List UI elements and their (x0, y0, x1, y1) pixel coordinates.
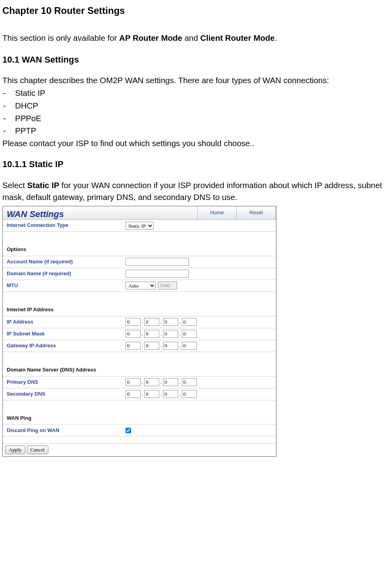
account-name-label: Account Name (if required) (7, 258, 126, 266)
gateway-octet-1[interactable] (126, 342, 141, 350)
panel-header: WAN Settings Home Reset (3, 206, 276, 220)
mtu-value-input (158, 282, 177, 289)
intro-bold-1: AP Router Mode (119, 33, 182, 42)
intro-mid: and (182, 33, 200, 42)
sdns-octet-2[interactable] (144, 390, 159, 398)
mtu-label: MTU (7, 282, 126, 289)
account-name-input[interactable] (126, 258, 189, 266)
wan-ping-section-label: WAN Ping (3, 409, 276, 425)
mtu-row: MTU Auto (3, 280, 276, 292)
subnet-row: IP Subnet Mask . . . (3, 328, 276, 340)
select-suffix: for your WAN connection if your ISP prov… (2, 181, 382, 202)
intro-bold-2: Client Router Mode (200, 33, 275, 42)
gateway-octet-4[interactable] (182, 342, 197, 350)
ip-octet-2[interactable] (144, 318, 159, 326)
ip-dot: . (159, 318, 163, 326)
bullet-dash: - (2, 125, 15, 137)
ip-dot: . (141, 330, 144, 338)
subnet-octet-4[interactable] (182, 330, 197, 338)
subnet-octet-3[interactable] (163, 330, 178, 338)
sdns-octet-1[interactable] (126, 390, 141, 398)
gateway-row: Gateway IP Address . . . (3, 340, 276, 352)
options-section-label: Options (3, 240, 276, 256)
dns-section-label: Domain Name Server (DNS) Address (3, 361, 276, 376)
secondary-dns-row: Secondary DNS . . . (3, 388, 276, 400)
ip-section-label: Internet IP Address (3, 301, 276, 316)
contact-isp: Please contact your ISP to find out whic… (2, 137, 390, 149)
primary-dns-label: Primary DNS (7, 379, 126, 386)
ip-address-row: IP Address . . . (3, 316, 276, 328)
intro-paragraph: This section is only available for AP Ro… (2, 32, 390, 44)
subnet-octet-1[interactable] (126, 330, 141, 338)
discard-ping-row: Discard Ping on WAN (3, 425, 276, 436)
sdns-octet-3[interactable] (163, 390, 178, 398)
gateway-octet-2[interactable] (144, 342, 159, 350)
subnet-octet-2[interactable] (144, 330, 159, 338)
chapter-title: Chapter 10 Router Settings (2, 4, 390, 18)
ip-dot: . (141, 390, 144, 398)
pdns-octet-3[interactable] (163, 378, 178, 386)
ip-octet-4[interactable] (182, 318, 197, 326)
select-prefix: Select (2, 181, 27, 190)
bullet-text-4: PPTP (15, 125, 36, 137)
subnet-label: IP Subnet Mask (7, 330, 126, 338)
reset-button[interactable]: Reset (236, 206, 276, 219)
connection-type-select[interactable]: Static IP (126, 222, 154, 230)
discard-ping-checkbox[interactable] (126, 428, 131, 433)
secondary-dns-label: Secondary DNS (7, 390, 126, 398)
mtu-mode-select[interactable]: Auto (126, 282, 156, 289)
intro-prefix: This section is only available for (2, 33, 119, 42)
gateway-label: Gateway IP Address (7, 342, 126, 350)
discard-ping-label: Discard Ping on WAN (7, 427, 126, 434)
list-item: - Static IP (2, 87, 390, 99)
cancel-button[interactable]: Cancel (27, 446, 48, 454)
ip-dot: . (141, 318, 144, 326)
account-name-row: Account Name (if required) (3, 256, 276, 268)
bullet-dash: - (2, 100, 15, 112)
panel-title: WAN Settings (3, 206, 197, 219)
bullet-text-3: PPPoE (15, 112, 41, 124)
ip-dot: . (159, 330, 163, 338)
pdns-octet-2[interactable] (144, 378, 159, 386)
domain-name-row: Domain Name (if required) (3, 268, 276, 280)
list-item: - PPTP (2, 125, 390, 137)
ip-dot: . (178, 318, 182, 326)
pdns-octet-1[interactable] (126, 378, 141, 386)
subsection-heading: 10.1.1 Static IP (2, 158, 390, 171)
ip-dot: . (141, 342, 144, 350)
ip-dot: . (141, 379, 144, 386)
list-item: - PPPoE (2, 112, 390, 124)
ip-dot: . (159, 390, 163, 398)
ip-address-label: IP Address (7, 318, 126, 326)
domain-name-input[interactable] (126, 270, 189, 278)
ip-dot: . (159, 379, 163, 386)
ip-dot: . (159, 342, 163, 350)
ip-octet-3[interactable] (163, 318, 178, 326)
bullet-text-2: DHCP (15, 100, 38, 112)
select-paragraph: Select Static IP for your WAN connection… (2, 179, 390, 204)
domain-name-label: Domain Name (if required) (7, 270, 126, 278)
primary-dns-row: Primary DNS . . . (3, 377, 276, 388)
section-heading: 10.1 WAN Settings (2, 53, 390, 66)
connection-type-row: Internet Connection Type Static IP (3, 220, 276, 232)
ip-octet-1[interactable] (126, 318, 141, 326)
list-item: - DHCP (2, 100, 390, 112)
wan-description: This chapter describes the OM2P WAN sett… (2, 74, 390, 86)
connection-type-label: Internet Connection Type (7, 222, 126, 229)
bullet-text-1: Static IP (15, 87, 45, 99)
button-row: Apply Cancel (3, 444, 276, 456)
select-bold: Static IP (27, 181, 59, 190)
bullet-dash: - (2, 112, 15, 124)
ip-dot: . (178, 342, 182, 350)
pdns-octet-4[interactable] (182, 378, 197, 386)
gateway-octet-3[interactable] (163, 342, 178, 350)
bullet-dash: - (2, 87, 15, 99)
sdns-octet-4[interactable] (182, 390, 197, 398)
apply-button[interactable]: Apply (5, 446, 25, 454)
ip-dot: . (178, 390, 182, 398)
intro-suffix: . (275, 33, 277, 42)
ip-dot: . (178, 330, 182, 338)
ip-dot: . (178, 379, 182, 386)
home-button[interactable]: Home (197, 206, 237, 219)
wan-settings-panel: WAN Settings Home Reset Internet Connect… (2, 206, 276, 457)
